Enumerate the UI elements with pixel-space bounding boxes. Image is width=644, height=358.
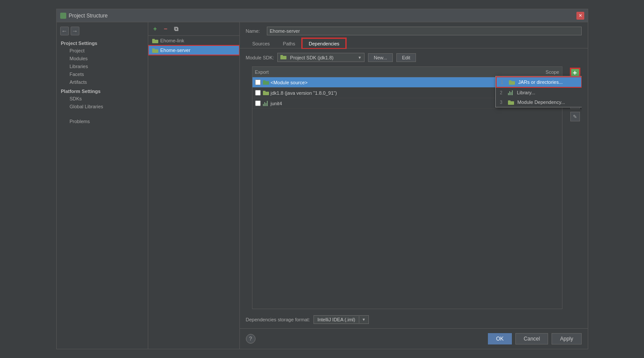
sidebar-item-facets[interactable]: Facets xyxy=(57,70,148,78)
add-module-button[interactable]: + xyxy=(151,24,160,33)
close-button[interactable]: ✕ xyxy=(576,12,584,20)
dropdown-item-jars[interactable]: 1 JARs or directories... xyxy=(496,76,582,88)
platform-settings-label: Platform Settings xyxy=(57,86,148,95)
svg-rect-13 xyxy=(508,100,511,102)
dropdown-item-num: 1 xyxy=(501,80,506,85)
new-sdk-button[interactable]: New... xyxy=(368,53,393,62)
sidebar-item-artifacts-label: Artifacts xyxy=(70,79,87,85)
dropdown-item-num: 2 xyxy=(500,90,505,95)
title-bar-left: Project Structure xyxy=(60,13,108,19)
sidebar-item-project[interactable]: Project xyxy=(57,47,148,55)
sdk-dropdown[interactable]: Project SDK (jdk1.8) ▼ xyxy=(277,53,365,62)
tab-paths[interactable]: Paths xyxy=(276,38,302,48)
sdk-dropdown-arrow-icon: ▼ xyxy=(358,55,361,60)
sidebar-item-artifacts[interactable]: Artifacts xyxy=(57,78,148,86)
sdk-folder-icon xyxy=(280,55,286,60)
row-checkbox[interactable] xyxy=(255,79,261,85)
project-structure-dialog: Project Structure ✕ ← → Project Settings… xyxy=(56,9,588,349)
svg-rect-4 xyxy=(280,56,286,59)
edit-sdk-button[interactable]: Edit xyxy=(396,53,416,62)
sidebar-item-global-libs[interactable]: Global Libraries xyxy=(57,103,148,110)
module-list-toolbar: + − ⧉ xyxy=(148,22,239,36)
svg-rect-10 xyxy=(509,81,515,85)
dropdown-item-library-label: Library... xyxy=(517,90,535,95)
sidebar-item-sdks[interactable]: SDKs xyxy=(57,95,148,103)
row-checkbox[interactable] xyxy=(255,100,261,106)
sidebar-item-facets-label: Facets xyxy=(70,72,84,77)
svg-rect-12 xyxy=(508,101,514,105)
ok-button[interactable]: OK xyxy=(488,333,512,344)
dropdown-item-module-dep[interactable]: 3 Module Dependency... xyxy=(496,97,582,107)
sidebar-item-problems[interactable]: Problems xyxy=(57,117,148,125)
row-label: <Module source> xyxy=(271,80,516,85)
row-check[interactable] xyxy=(255,79,263,85)
sidebar-nav: ← → xyxy=(57,26,148,38)
module-item-ehome-server-label: Ehome-server xyxy=(160,48,191,53)
edit-dep-button[interactable]: ✎ xyxy=(570,112,580,121)
name-label: Name: xyxy=(246,28,263,34)
sidebar-item-sdks-label: SDKs xyxy=(70,96,82,101)
sidebar-item-problems-label: Problems xyxy=(70,119,90,124)
svg-rect-1 xyxy=(152,39,155,40)
remove-module-button[interactable]: − xyxy=(161,24,170,33)
sidebar-item-libraries-label: Libraries xyxy=(70,64,88,69)
tab-dependencies-label: Dependencies xyxy=(309,41,339,46)
row-label: junit4 xyxy=(271,101,516,106)
svg-rect-3 xyxy=(152,48,155,50)
storage-format-row: Dependencies storage format: IntelliJ ID… xyxy=(240,311,588,328)
sidebar-item-project-label: Project xyxy=(70,48,85,53)
svg-rect-2 xyxy=(152,49,158,53)
forward-button[interactable]: → xyxy=(71,27,79,35)
help-label: ? xyxy=(249,336,252,342)
row-icon xyxy=(263,101,271,106)
back-button[interactable]: ← xyxy=(60,27,69,35)
module-item-ehome-link-label: Ehome-link xyxy=(160,38,184,43)
tab-sources[interactable]: Sources xyxy=(246,38,276,48)
help-button[interactable]: ? xyxy=(246,334,256,344)
dropdown-item-library[interactable]: 2 Library... xyxy=(496,88,582,97)
row-check[interactable] xyxy=(255,90,263,96)
dialog-footer: ? OK Cancel Apply xyxy=(240,328,588,349)
row-check[interactable] xyxy=(255,100,263,106)
sidebar-item-global-libs-label: Global Libraries xyxy=(70,104,103,109)
footer-left: ? xyxy=(246,334,256,344)
dropdown-item-module-dep-label: Module Dependency... xyxy=(518,100,565,105)
module-sdk-row: Module SDK: Project SDK (jdk1.8) ▼ New..… xyxy=(240,48,588,66)
svg-rect-8 xyxy=(263,92,269,95)
module-item-ehome-link[interactable]: Ehome-link xyxy=(148,36,239,45)
col-scope-label: Scope xyxy=(516,69,559,75)
copy-module-button[interactable]: ⧉ xyxy=(172,24,181,33)
storage-dropdown-arrow-icon[interactable]: ▼ xyxy=(359,316,368,323)
cancel-button[interactable]: Cancel xyxy=(515,333,548,344)
dialog-body: ← → Project Settings Project Modules Lib… xyxy=(57,22,588,349)
sidebar-item-libraries[interactable]: Libraries xyxy=(57,62,148,70)
storage-dropdown-value: IntelliJ IDEA (.iml) xyxy=(314,316,359,324)
apply-button[interactable]: Apply xyxy=(552,333,581,344)
main-content: Name: Sources Paths Dependencies Module … xyxy=(240,22,588,349)
bar-chart-icon xyxy=(263,101,268,106)
module-item-ehome-server[interactable]: Ehome-server xyxy=(148,45,239,55)
dialog-icon xyxy=(60,13,66,19)
sidebar-item-modules[interactable]: Modules xyxy=(57,55,148,62)
sdk-value: Project SDK (jdk1.8) xyxy=(290,55,334,60)
dropdown-item-jars-label: JARs or directories... xyxy=(518,79,563,85)
tab-paths-label: Paths xyxy=(283,41,295,46)
sidebar-item-modules-label: Modules xyxy=(70,56,88,61)
row-label: jdk1.8 (java version "1.8.0_91") xyxy=(271,90,516,96)
dropdown-item-num: 3 xyxy=(500,100,505,105)
tab-dependencies[interactable]: Dependencies xyxy=(302,38,346,48)
svg-rect-7 xyxy=(263,80,266,82)
add-dep-dropdown: 1 JARs or directories... 2 xyxy=(495,76,582,107)
name-input[interactable] xyxy=(267,27,582,35)
col-export-label: Export xyxy=(255,69,516,75)
storage-dropdown[interactable]: IntelliJ IDEA (.iml) ▼ xyxy=(313,315,369,324)
name-row: Name: xyxy=(240,22,588,38)
svg-rect-6 xyxy=(263,81,269,85)
svg-rect-5 xyxy=(280,55,283,56)
sidebar: ← → Project Settings Project Modules Lib… xyxy=(57,22,148,349)
module-list-panel: + − ⧉ Ehome-link xyxy=(148,22,240,349)
row-checkbox[interactable] xyxy=(255,90,261,96)
svg-rect-0 xyxy=(152,40,158,43)
module-list: Ehome-link Ehome-server xyxy=(148,36,239,349)
sdk-label: Module SDK: xyxy=(246,55,274,60)
